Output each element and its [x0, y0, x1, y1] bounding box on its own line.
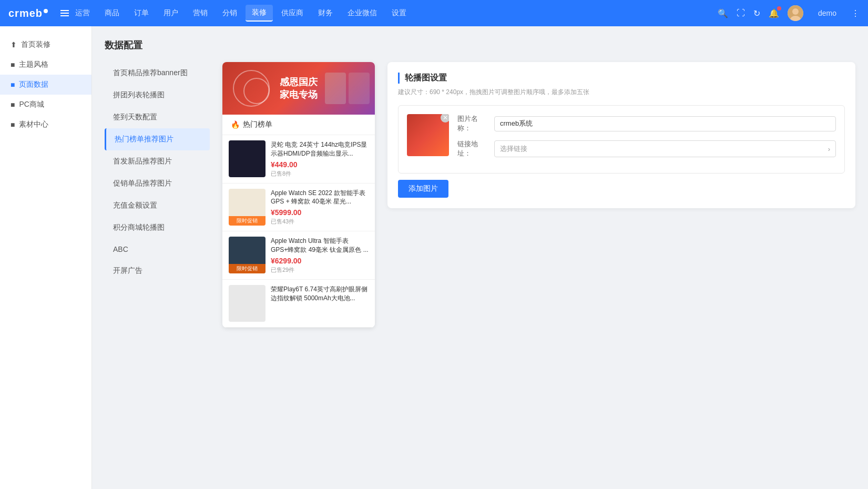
- settings-title: 轮播图设置: [398, 73, 845, 84]
- config-item-签到天数配置[interactable]: 签到天数配置: [105, 106, 210, 128]
- nav-item-用户[interactable]: 用户: [157, 5, 185, 21]
- nav-item-企业微信[interactable]: 企业微信: [341, 5, 383, 21]
- config-fields: 图片名称： 链接地址： 选择链接 ›: [457, 114, 836, 165]
- hamburger-menu[interactable]: [60, 10, 69, 16]
- more-icon[interactable]: ⋮: [851, 8, 860, 18]
- banner-products: [325, 73, 370, 104]
- banner-product-2: [349, 73, 370, 104]
- nav-item-运营[interactable]: 运营: [69, 5, 96, 21]
- sidebar-icon: ■: [11, 80, 15, 89]
- fire-icon: 🔥: [231, 120, 240, 129]
- main-content: 数据配置 首页精品推荐banner图拼团列表轮播图签到天数配置热门榜单推荐图片首…: [92, 26, 868, 489]
- image-name-label: 图片名称：: [457, 114, 489, 133]
- nav-item-供应商[interactable]: 供应商: [275, 5, 310, 21]
- nav-item-装修[interactable]: 装修: [246, 5, 273, 22]
- banner-preview: 感恩国庆家电专场: [222, 62, 375, 115]
- svg-point-1: [792, 8, 799, 15]
- notification-badge: [777, 6, 781, 11]
- config-item-热门榜单推荐图片[interactable]: 热门榜单推荐图片: [105, 128, 210, 150]
- product-image: [229, 140, 265, 177]
- product-price: ¥5999.00: [271, 208, 369, 217]
- config-item-开屏广告[interactable]: 开屏广告: [105, 260, 210, 282]
- sidebar-label: PC商城: [19, 100, 44, 109]
- product-item: 限时促销 Apple Watch Ultra 智能手表GPS+蜂窝款 49毫米 …: [222, 231, 375, 280]
- product-info: 荣耀Play6T 6.74英寸高刷护眼屏侧边指纹解锁 5000mAh大电池...: [271, 285, 369, 322]
- avatar[interactable]: [788, 5, 803, 21]
- sidebar-icon: ■: [11, 120, 15, 129]
- hot-list-title: 热门榜单: [243, 120, 272, 129]
- product-image: 限时促销: [229, 237, 265, 273]
- image-config-box: ✕ 图片名称： 链接地址： 选择链接 ›: [398, 105, 845, 174]
- config-item-促销单品推荐图片[interactable]: 促销单品推荐图片: [105, 172, 210, 195]
- config-item-ABC[interactable]: ABC: [105, 239, 210, 260]
- product-item: 灵蛇 电竞 24英寸 144hz电竞IPS显示器HDMI/DP音频输出显示...…: [222, 135, 375, 184]
- sidebar-item-页面数据[interactable]: ■页面数据: [0, 75, 91, 95]
- nav-item-财务[interactable]: 财务: [312, 5, 339, 21]
- nav-item-设置[interactable]: 设置: [385, 5, 413, 21]
- config-item-充值金额设置[interactable]: 充值金额设置: [105, 195, 210, 217]
- product-image: 限时促销: [229, 189, 265, 226]
- notification-icon[interactable]: 🔔: [769, 8, 779, 18]
- image-name-field-row: 图片名称：: [457, 114, 836, 133]
- username[interactable]: demo: [812, 6, 843, 21]
- product-name: Apple Watch SE 2022 款智能手表 GPS + 蜂窝款 40毫米…: [271, 189, 369, 207]
- nav-menu: 运营商品订单用户营销分销装修供应商财务企业微信设置: [69, 5, 718, 22]
- image-name-input[interactable]: [494, 116, 836, 131]
- sidebar-item-首页装修[interactable]: ⬆首页装修: [0, 35, 91, 55]
- link-field-row: 链接地址： 选择链接 ›: [457, 139, 836, 158]
- config-item-拼团列表轮播图[interactable]: 拼团列表轮播图: [105, 84, 210, 106]
- product-image: [229, 285, 265, 322]
- sidebar-label: 主题风格: [19, 60, 48, 69]
- logo-text: crmeb: [8, 7, 43, 19]
- content-area: 首页精品推荐banner图拼团列表轮播图签到天数配置热门榜单推荐图片首发新品推荐…: [105, 62, 855, 328]
- sidebar-item-PC商城[interactable]: ■PC商城: [0, 95, 91, 115]
- hot-list-header: 🔥 热门榜单: [222, 115, 375, 135]
- nav-item-商品[interactable]: 商品: [98, 5, 126, 21]
- nav-item-订单[interactable]: 订单: [128, 5, 155, 21]
- product-item: 荣耀Play6T 6.74英寸高刷护眼屏侧边指纹解锁 5000mAh大电池...: [222, 280, 375, 328]
- product-info: 灵蛇 电竞 24英寸 144hz电竞IPS显示器HDMI/DP音频输出显示...…: [271, 140, 369, 178]
- product-price: ¥6299.00: [271, 257, 369, 265]
- image-preview: ✕: [407, 114, 449, 156]
- link-placeholder: 选择链接: [500, 144, 527, 154]
- fullscreen-icon[interactable]: ⛶: [737, 8, 745, 18]
- top-navigation: crmeb 运营商品订单用户营销分销装修供应商财务企业微信设置 🔍 ⛶ ↻ 🔔 …: [0, 0, 868, 26]
- remove-image-button[interactable]: ✕: [441, 114, 449, 123]
- config-item-首页精品推荐banner图[interactable]: 首页精品推荐banner图: [105, 62, 210, 84]
- nav-right: 🔍 ⛶ ↻ 🔔 demo ⋮: [718, 5, 860, 21]
- link-label: 链接地址：: [457, 139, 489, 158]
- sidebar-icon: ■: [11, 100, 15, 109]
- settings-panel: 轮播图设置 建议尺寸：690 * 240px，拖拽图片可调整图片顺序哦，最多添加…: [387, 62, 855, 208]
- sidebar-item-主题风格[interactable]: ■主题风格: [0, 55, 91, 75]
- page-title: 数据配置: [105, 39, 855, 52]
- refresh-icon[interactable]: ↻: [753, 8, 760, 18]
- add-image-button[interactable]: 添加图片: [398, 180, 448, 198]
- sidebar-item-素材中心[interactable]: ■素材中心: [0, 115, 91, 135]
- product-tag: 限时促销: [229, 264, 265, 273]
- product-tag: 限时促销: [229, 216, 265, 226]
- product-info: Apple Watch Ultra 智能手表GPS+蜂窝款 49毫米 钛金属原色…: [271, 237, 369, 274]
- logo[interactable]: crmeb: [8, 7, 48, 19]
- nav-item-营销[interactable]: 营销: [187, 5, 214, 21]
- banner-text: 感恩国庆家电专场: [280, 76, 318, 101]
- sidebar-label: 首页装修: [21, 40, 50, 49]
- sidebar: ⬆首页装修■主题风格■页面数据■PC商城■素材中心: [0, 26, 92, 489]
- config-item-首发新品推荐图片[interactable]: 首发新品推荐图片: [105, 150, 210, 172]
- product-sold: 已售29件: [271, 266, 369, 274]
- search-icon[interactable]: 🔍: [718, 8, 728, 18]
- config-item-积分商城轮播图[interactable]: 积分商城轮播图: [105, 217, 210, 239]
- banner-product-1: [325, 73, 346, 104]
- banner-circle-2: [243, 78, 270, 104]
- product-sold: 已售8件: [271, 170, 369, 178]
- sidebar-label: 素材中心: [19, 120, 48, 129]
- product-name: 灵蛇 电竞 24英寸 144hz电竞IPS显示器HDMI/DP音频输出显示...: [271, 140, 369, 158]
- preview-panel: 感恩国庆家电专场 🔥 热门榜单 灵蛇 电竞 24英寸 144hz电竞IPS显示器…: [222, 62, 375, 328]
- config-panel: 首页精品推荐banner图拼团列表轮播图签到天数配置热门榜单推荐图片首发新品推荐…: [105, 62, 210, 282]
- link-select[interactable]: 选择链接 ›: [494, 140, 836, 157]
- settings-hint: 建议尺寸：690 * 240px，拖拽图片可调整图片顺序哦，最多添加五张: [398, 88, 845, 97]
- nav-item-分销[interactable]: 分销: [216, 5, 243, 21]
- sidebar-icon: ■: [11, 60, 15, 69]
- chevron-right-icon: ›: [828, 145, 830, 153]
- product-name: Apple Watch Ultra 智能手表GPS+蜂窝款 49毫米 钛金属原色…: [271, 237, 369, 254]
- product-list: 灵蛇 电竞 24英寸 144hz电竞IPS显示器HDMI/DP音频输出显示...…: [222, 135, 375, 328]
